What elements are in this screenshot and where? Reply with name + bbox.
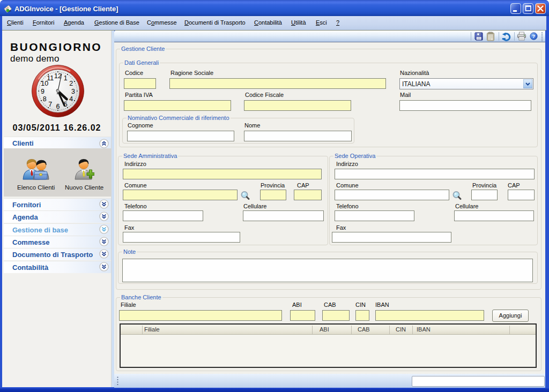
svg-text:2: 2 [69, 80, 73, 87]
svg-text:9: 9 [41, 88, 44, 95]
svg-text:11: 11 [47, 74, 54, 82]
svg-text:3: 3 [71, 88, 75, 95]
svg-text:6: 6 [56, 103, 60, 110]
svg-text:7: 7 [48, 101, 52, 108]
svg-text:1: 1 [64, 74, 68, 82]
svg-text:4: 4 [69, 95, 73, 103]
svg-text:8: 8 [43, 95, 47, 103]
svg-text:?: ? [532, 33, 536, 39]
